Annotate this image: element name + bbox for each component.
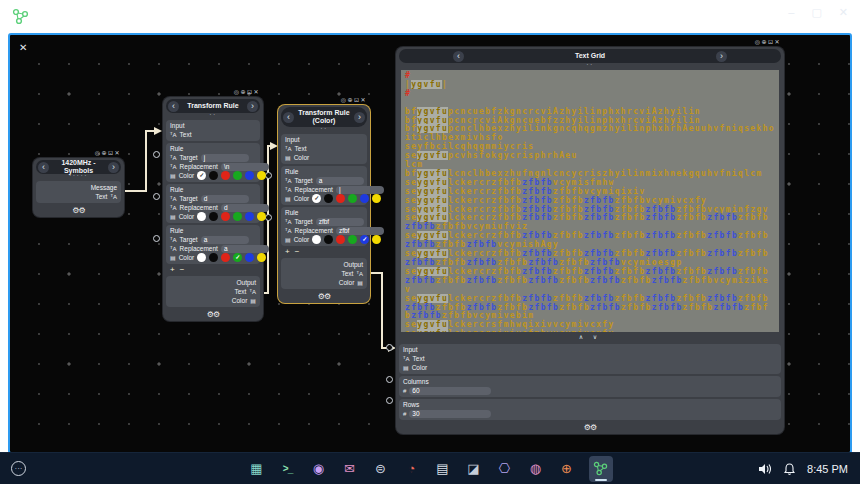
- canvas-close-icon[interactable]: ✕: [19, 43, 27, 53]
- target-field[interactable]: a: [316, 177, 364, 185]
- color-swatch-green[interactable]: ✓: [233, 253, 242, 262]
- close-icon[interactable]: ✕: [253, 89, 260, 95]
- color-swatch-blue[interactable]: [245, 171, 254, 180]
- node-corner-icons[interactable]: ◎⊕⊡✕: [95, 149, 121, 156]
- color-swatch-red[interactable]: [336, 194, 345, 203]
- settings-gears-icon[interactable]: ⚙⚙: [33, 205, 124, 216]
- color-swatch-yellow[interactable]: [257, 171, 266, 180]
- node-corner-icons[interactable]: ◎⊕⊡✕: [341, 96, 367, 103]
- color-swatch-blue[interactable]: [245, 253, 254, 262]
- color-swatch-red[interactable]: [221, 212, 230, 221]
- color-swatch-black[interactable]: [209, 212, 218, 221]
- next-page-button[interactable]: ›: [354, 112, 365, 123]
- replacement-field[interactable]: d: [221, 204, 269, 212]
- prev-page-button[interactable]: ‹: [283, 112, 294, 123]
- color-swatch-white[interactable]: [197, 253, 206, 262]
- color-swatch-red[interactable]: [221, 171, 230, 180]
- node-corner-icons[interactable]: ◎⊕⊡✕: [755, 38, 781, 45]
- notifications-bell-icon[interactable]: [784, 463, 795, 475]
- close-button[interactable]: ✕: [839, 6, 848, 19]
- color-swatch-yellow[interactable]: [372, 235, 381, 244]
- next-page-button[interactable]: ›: [247, 101, 258, 112]
- maximize-button[interactable]: ▢: [811, 6, 821, 19]
- next-page-button[interactable]: ›: [108, 162, 119, 173]
- settings-gears-icon[interactable]: ⚙⚙: [163, 309, 263, 320]
- color-swatch-white[interactable]: ✓: [312, 194, 321, 203]
- color-swatch-blue[interactable]: [245, 212, 254, 221]
- color-swatch-black[interactable]: [324, 235, 333, 244]
- node-transform-rule[interactable]: ◎⊕⊡✕ ‹ Transform Rule › ·· Input ᵀAText …: [163, 97, 263, 321]
- clock-time[interactable]: 8:45 PM: [807, 463, 848, 475]
- scroll-down-icon[interactable]: ∨: [593, 334, 601, 340]
- image-icon[interactable]: ◪: [465, 459, 483, 479]
- node-canvas[interactable]: ✕ ◎⊕⊡✕ ‹ 1420MHz - Symbols › ·····: [8, 33, 852, 454]
- port-color-rule-1[interactable]: [265, 172, 272, 179]
- port-color-rule-2[interactable]: [265, 214, 272, 221]
- color-swatch-white[interactable]: ✓: [197, 171, 206, 180]
- remove-rule-button[interactable]: −: [180, 266, 185, 274]
- color-swatch-green[interactable]: [233, 171, 242, 180]
- close-icon[interactable]: ✕: [114, 150, 121, 156]
- port-rule-1[interactable]: [153, 151, 160, 158]
- terminal-icon[interactable]: >_: [279, 459, 297, 479]
- target-field[interactable]: a: [201, 236, 249, 244]
- replacement-field[interactable]: a: [221, 245, 269, 253]
- node-symbols[interactable]: ◎⊕⊡✕ ‹ 1420MHz - Symbols › ····· Message…: [33, 158, 124, 217]
- rows-field[interactable]: 30: [409, 410, 491, 418]
- replacement-field[interactable]: \n: [221, 163, 269, 171]
- prev-page-button[interactable]: ‹: [38, 162, 49, 173]
- chat-icon[interactable]: ⊜: [372, 459, 390, 479]
- node-corner-icons[interactable]: ◎⊕⊡✕: [234, 88, 260, 95]
- replacement-field[interactable]: |: [336, 186, 384, 194]
- replacement-field[interactable]: zfbf: [336, 227, 384, 235]
- color-swatch-black[interactable]: [209, 171, 218, 180]
- color-swatch-white[interactable]: [197, 212, 206, 221]
- port-grid-rows[interactable]: [386, 397, 393, 404]
- next-page-button[interactable]: ›: [716, 51, 727, 62]
- color-swatch-white[interactable]: [312, 235, 321, 244]
- calculator-icon[interactable]: ▦: [248, 459, 266, 479]
- port-rule-3[interactable]: [153, 235, 160, 242]
- port-grid-text[interactable]: [386, 344, 393, 351]
- volume-icon[interactable]: [759, 463, 772, 475]
- color-swatch-red[interactable]: [221, 253, 230, 262]
- color-swatch-black[interactable]: [209, 253, 218, 262]
- target-field[interactable]: j: [201, 154, 249, 162]
- close-icon[interactable]: ✕: [360, 97, 367, 103]
- prev-page-button[interactable]: ‹: [453, 51, 464, 62]
- clock-icon[interactable]: ◔: [403, 459, 421, 479]
- port-grid-columns[interactable]: [386, 376, 393, 383]
- settings-gears-icon[interactable]: ⚙⚙: [278, 291, 370, 302]
- prev-page-button[interactable]: ‹: [168, 101, 179, 112]
- color-swatch-red[interactable]: [336, 235, 345, 244]
- globe-icon[interactable]: ⊕: [558, 459, 576, 479]
- color-swatch-green[interactable]: [348, 194, 357, 203]
- color-swatch-black[interactable]: [324, 194, 333, 203]
- color-swatch-yellow[interactable]: [257, 253, 266, 262]
- port-rule-2[interactable]: [153, 193, 160, 200]
- film-reel-icon[interactable]: ◍: [527, 459, 545, 479]
- start-menu-button[interactable]: ···: [11, 461, 26, 476]
- color-swatch-yellow[interactable]: [372, 194, 381, 203]
- media-player-icon[interactable]: ◉: [310, 459, 328, 479]
- mail-icon[interactable]: ✉: [341, 459, 359, 479]
- add-rule-button[interactable]: +: [285, 248, 290, 256]
- signal-blocks-icon[interactable]: [589, 456, 613, 482]
- color-swatch-green[interactable]: [348, 235, 357, 244]
- node-header[interactable]: ‹ Transform Rule(Color) ›: [281, 107, 367, 127]
- color-swatch-green[interactable]: [233, 212, 242, 221]
- titlebar[interactable]: Signal Blocks – ▢ ✕: [0, 0, 860, 32]
- settings-gears-icon[interactable]: ⚙⚙: [396, 422, 784, 433]
- node-text-grid[interactable]: ◎⊕⊡✕ ‹ Text Grid › ·· #|ygvfu|#bfygvfupc…: [396, 47, 784, 434]
- close-icon[interactable]: ✕: [774, 39, 781, 45]
- minimize-button[interactable]: –: [788, 6, 794, 19]
- hexagon-icon[interactable]: ⎔: [496, 459, 514, 479]
- target-field[interactable]: d: [201, 195, 249, 203]
- remove-rule-button[interactable]: −: [295, 248, 300, 256]
- node-transform-rule-color[interactable]: ◎⊕⊡✕ ‹ Transform Rule(Color) › ·· Input …: [278, 105, 370, 303]
- color-swatch-blue[interactable]: [360, 194, 369, 203]
- notebook-icon[interactable]: ▤: [434, 459, 452, 479]
- scroll-up-icon[interactable]: ∧: [579, 334, 587, 340]
- text-grid-content[interactable]: #|ygvfu|#bfygvfupcncuebfzkgncrcviAzhyili…: [401, 70, 779, 332]
- columns-field[interactable]: 60: [409, 387, 491, 395]
